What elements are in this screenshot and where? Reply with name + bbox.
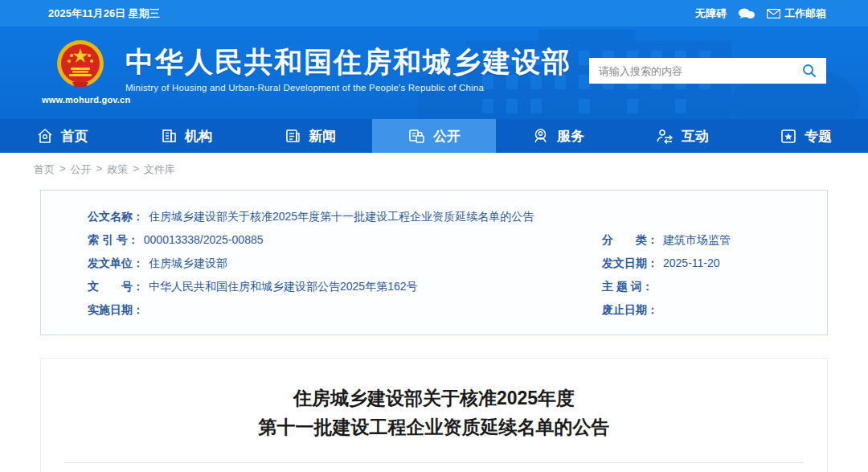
national-emblem <box>55 39 106 90</box>
subject-words-label: 主 题 词： <box>602 275 653 298</box>
issue-date-value: 2025-11-20 <box>663 252 720 275</box>
search-icon <box>802 64 817 78</box>
site-header: www.mohurd.gov.cn 中华人民共和国住房和城乡建设部 Minist… <box>0 27 868 119</box>
index-number-label: 索 引 号： <box>88 228 139 252</box>
issuing-unit-label: 发文单位： <box>88 252 144 275</box>
site-url: www.mohurd.gov.cn <box>42 95 119 105</box>
search-box <box>589 58 826 84</box>
nav-item-news[interactable]: 新闻 <box>248 119 372 153</box>
search-button[interactable] <box>800 62 818 80</box>
nav-item-interaction[interactable]: 互动 <box>620 119 743 153</box>
site-subtitle: Ministry of Housing and Urban-Rural Deve… <box>125 83 571 92</box>
doc-number-label: 文 号： <box>88 275 144 298</box>
doc-info-row: 实施日期： 废止日期： <box>88 298 827 322</box>
nav-item-home[interactable]: 首页 <box>0 119 124 153</box>
repeal-date-label: 废止日期： <box>602 298 658 322</box>
article-title-line2: 第十一批建设工程企业资质延续名单的公告 <box>41 413 827 442</box>
breadcrumb-policy[interactable]: 政策 <box>107 162 128 177</box>
doc-info-row: 公文名称： 住房城乡建设部关于核准2025年度第十一批建设工程企业资质延续名单的… <box>88 205 827 228</box>
breadcrumb-home[interactable]: 首页 <box>34 162 55 177</box>
nav-item-topics[interactable]: 专题 <box>744 119 868 153</box>
main-nav: 首页 机构 新闻 公开 <box>0 119 868 153</box>
wechat-bubbles-icon[interactable] <box>738 7 755 20</box>
person-service-icon <box>531 128 550 145</box>
nav-item-disclosure[interactable]: 公开 <box>372 119 496 153</box>
building-icon <box>160 128 178 144</box>
star-square-icon <box>780 128 797 145</box>
breadcrumb-disclosure[interactable]: 公开 <box>71 162 92 177</box>
doc-info-row: 发文单位： 住房城乡建设部 发文日期： 2025-11-20 <box>88 252 827 275</box>
doc-info-row: 索 引 号： 000013338/2025-00885 分 类： 建筑市场监管 <box>88 228 827 252</box>
nav-item-services[interactable]: 服务 <box>496 119 620 153</box>
breadcrumb-library[interactable]: 文件库 <box>144 162 175 177</box>
newspaper-icon <box>284 128 301 144</box>
home-icon <box>36 128 54 144</box>
doc-info-row: 文 号： 中华人民共和国住房和城乡建设部公告2025年第162号 主 题 词： <box>88 275 827 298</box>
nav-item-organization[interactable]: 机构 <box>124 119 248 153</box>
issue-date-label: 发文日期： <box>602 252 658 275</box>
envelope-icon <box>767 9 780 18</box>
doc-name-value: 住房城乡建设部关于核准2025年度第十一批建设工程企业资质延续名单的公告 <box>149 205 534 228</box>
doc-number-value: 中华人民共和国住房和城乡建设部公告2025年第162号 <box>149 275 418 298</box>
chat-bubbles-icon <box>738 7 755 20</box>
current-date: 2025年11月26日 星期三 <box>48 6 160 21</box>
accessibility-link[interactable]: 无障碍 <box>695 6 727 21</box>
effective-date-label: 实施日期： <box>88 298 144 322</box>
work-mailbox-link[interactable]: 工作邮箱 <box>767 6 826 21</box>
article-box: 住房城乡建设部关于核准2025年度 第十一批建设工程企业资质延续名单的公告 选择… <box>40 358 828 472</box>
category-value: 建筑市场监管 <box>663 228 731 252</box>
document-info-box: 公文名称： 住房城乡建设部关于核准2025年度第十一批建设工程企业资质延续名单的… <box>40 190 828 335</box>
documents-lock-icon <box>407 128 426 145</box>
person-arrows-icon <box>655 128 674 145</box>
issuing-unit-value: 住房城乡建设部 <box>149 252 227 275</box>
article-title: 住房城乡建设部关于核准2025年度 第十一批建设工程企业资质延续名单的公告 <box>41 384 827 441</box>
breadcrumb: 首页 > 公开 > 政策 > 文件库 <box>0 153 868 185</box>
divider <box>64 462 804 463</box>
site-title: 中华人民共和国住房和城乡建设部 <box>125 46 571 78</box>
article-title-line1: 住房城乡建设部关于核准2025年度 <box>41 384 827 413</box>
top-bar: 2025年11月26日 星期三 无障碍 工作邮箱 <box>0 0 868 27</box>
doc-name-label: 公文名称： <box>88 205 144 228</box>
search-input[interactable] <box>599 65 800 77</box>
category-label: 分 类： <box>602 228 658 252</box>
index-number-value: 000013338/2025-00885 <box>144 228 264 252</box>
